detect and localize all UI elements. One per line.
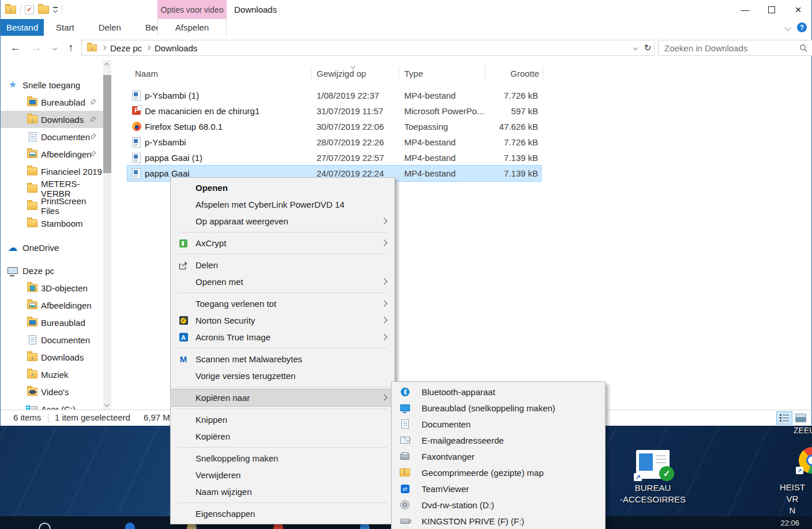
file-row[interactable]: Firefox Setup 68.0.1 30/07/2019 22:06 To… — [127, 119, 541, 134]
address-dropdown-chevron-icon[interactable] — [630, 40, 642, 56]
file-row[interactable]: p-Ysbambi (1) 1/08/2019 22:37 MP4-bestan… — [127, 88, 541, 103]
desktop-icon-label-clipped[interactable]: ZEEU — [794, 426, 812, 435]
submenu-item-bureaublad[interactable]: Bureaublad (snelkoppeling maken) — [392, 400, 605, 416]
menu-item-kopieren-naar[interactable]: Kopiëren naar — [171, 389, 394, 406]
tab-start[interactable]: Start — [44, 19, 87, 36]
file-row[interactable]: pappa Gaai (1) 27/07/2019 22:57 MP4-best… — [127, 150, 541, 166]
taskbar-clock[interactable]: 22:06 — [780, 519, 799, 527]
sidebar-item-quick-access[interactable]: ★ Snelle toegang — [1, 76, 103, 93]
sidebar-item-printscreen-files[interactable]: PrintScreen Files — [1, 197, 103, 215]
taskbar-app-icon[interactable] — [125, 523, 135, 529]
submenu-item-faxontvanger[interactable]: Faxontvanger — [392, 448, 605, 464]
qat-new-folder-icon[interactable] — [38, 6, 49, 14]
sidebar-item-financieel-2019[interactable]: Financieel 2019 — [1, 163, 103, 180]
menu-item-kopieren[interactable]: Kopiëren — [171, 428, 394, 445]
sidebar-item-muziek[interactable]: ♪ Muziek — [1, 366, 103, 383]
sidebar-item-meters-verbr[interactable]: METERS- VERBR — [1, 180, 103, 197]
menu-item-naam-wijzigen[interactable]: Naam wijzigen — [171, 483, 394, 500]
menu-item-axcrypt[interactable]: AxCrypt — [171, 235, 394, 252]
sidebar-item-documenten[interactable]: Documenten — [1, 128, 103, 145]
submenu-item-kingston-usb[interactable]: KINGSTON PRIVE (F) (F:) — [392, 513, 605, 529]
breadcrumb-root[interactable]: Deze pc — [110, 43, 142, 53]
scroll-down-icon[interactable] — [104, 402, 109, 407]
submenu-item-dvd-station[interactable]: Dvd-rw-station (D:) — [392, 497, 605, 513]
sidebar-item-downloads[interactable]: ↓ Downloads — [1, 111, 103, 128]
menu-item-openen-met[interactable]: Openen met — [171, 273, 394, 290]
qat-customize-chevron-icon[interactable] — [53, 7, 58, 12]
sidebar-item-pc-bureaublad[interactable]: Bureaublad — [1, 314, 103, 331]
sidebar-scrollbar[interactable] — [103, 60, 111, 410]
sidebar-item-deze-pc[interactable]: Deze pc — [1, 262, 103, 279]
desktop-icon-bureau-accesoirres[interactable]: ✓ ↗ BUREAU -ACCESOIRRES — [618, 450, 687, 505]
sidebar-item-pc-downloads[interactable]: ↓ Downloads — [1, 348, 103, 366]
sidebar-item-pc-documenten[interactable]: Documenten — [1, 331, 103, 348]
menu-item-vorige-versies[interactable]: Vorige versies terugzetten — [171, 367, 394, 384]
tab-bestand[interactable]: Bestand — [1, 19, 44, 36]
submenu-item-bluetooth[interactable]: Bluetooth-apparaat — [392, 384, 605, 400]
breadcrumb-current[interactable]: Downloads — [155, 43, 197, 53]
sidebar-item-bureaublad[interactable]: Bureaublad — [1, 93, 103, 111]
thumbnail-view-button[interactable] — [793, 412, 808, 424]
sidebar-item-pc-afbeeldingen[interactable]: Afbeeldingen — [1, 297, 103, 314]
breadcrumb-chevron-icon — [102, 46, 106, 50]
submenu-item-zip-map[interactable]: Gecomprimeerde (gezipte) map — [392, 464, 605, 481]
up-button[interactable]: ↑ — [63, 36, 79, 60]
close-button[interactable]: × — [785, 0, 811, 19]
submenu-item-teamviewer[interactable]: ⇄ TeamViewer — [392, 481, 605, 497]
maximize-button[interactable] — [758, 0, 785, 19]
ribbon-collapse-chevron-icon[interactable] — [784, 24, 791, 31]
menu-separator — [178, 232, 388, 232]
menu-separator — [178, 292, 388, 293]
search-input[interactable]: Zoeken in Downloads — [658, 40, 812, 56]
search-placeholder: Zoeken in Downloads — [664, 43, 747, 53]
menu-item-verwijderen[interactable]: Verwijderen — [171, 467, 394, 483]
column-header-type[interactable]: Type — [404, 63, 485, 83]
sidebar-item-onedrive[interactable]: ☁ OneDrive — [1, 239, 103, 256]
qat-downloads-folder-icon[interactable]: ↓ — [5, 6, 16, 14]
sync-check-icon: ✓ — [659, 466, 674, 481]
menu-item-openen[interactable]: Openen — [171, 179, 394, 196]
menu-item-eigenschappen[interactable]: Eigenschappen — [171, 505, 394, 522]
firefox-installer-icon — [132, 122, 141, 131]
menu-item-delen[interactable]: Delen — [171, 257, 394, 273]
menu-item-toegang-verlenen[interactable]: Toegang verlenen tot — [171, 295, 394, 312]
videos-folder-icon — [27, 388, 37, 396]
menu-item-acronis[interactable]: A Acronis True Image — [171, 329, 394, 346]
submenu-item-documenten[interactable]: Documenten — [392, 416, 605, 432]
menu-item-knippen[interactable]: Knippen — [171, 411, 394, 428]
refresh-icon[interactable]: ↻ — [641, 40, 655, 56]
sidebar-item-acer-c[interactable]: Acer (C:) — [1, 400, 103, 410]
column-header-gewijzigd-op[interactable]: Gewijzigd op — [317, 63, 397, 83]
menu-item-op-apparaat-weergeven[interactable]: Op apparaat weergeven — [171, 213, 394, 230]
menu-item-afspelen-powerdvd[interactable]: Afspelen met CyberLink PowerDVD 14 — [171, 196, 394, 213]
tab-afspelen[interactable]: Afspelen — [157, 19, 227, 35]
submenu-arrow-icon — [381, 394, 387, 400]
details-view-button[interactable] — [777, 412, 792, 424]
help-icon[interactable]: ? — [797, 22, 807, 32]
recent-locations-chevron-icon[interactable] — [49, 36, 61, 60]
file-row[interactable]: p-Ysbambi 28/07/2019 22:26 MP4-bestand 7… — [127, 134, 541, 150]
menu-item-snelkoppeling[interactable]: Snelkoppeling maken — [171, 450, 394, 467]
desktop-icon-heist[interactable]: ↗ HEIST VR N — [773, 447, 812, 516]
column-header-naam[interactable]: Naam — [135, 63, 308, 83]
share-icon — [178, 260, 189, 271]
column-header-grootte[interactable]: Grootte — [491, 63, 539, 83]
qat-properties-icon[interactable]: ✓ — [25, 5, 34, 14]
scroll-up-icon[interactable] — [104, 63, 109, 67]
back-button[interactable]: ← — [7, 36, 24, 60]
file-row[interactable]: P De macanicien en de chirurg1 31/07/201… — [127, 103, 541, 119]
menu-item-norton-security[interactable]: ✓ Norton Security — [171, 312, 394, 329]
menu-separator — [178, 387, 388, 387]
sidebar-item-stamboom[interactable]: Stamboom — [1, 215, 103, 232]
sidebar-item-videos[interactable]: Video's — [1, 383, 103, 400]
sidebar-item-3d-objecten[interactable]: 3D-objecten — [1, 279, 103, 297]
menu-item-malwarebytes[interactable]: M Scannen met Malwarebytes — [171, 351, 394, 367]
scrollbar-thumb[interactable] — [103, 75, 111, 173]
forward-button[interactable]: → — [28, 36, 44, 60]
minimize-button[interactable]: — — [732, 0, 758, 19]
submenu-item-email[interactable]: E-mailgeadresseerde — [392, 432, 605, 448]
tab-delen[interactable]: Delen — [87, 19, 133, 36]
taskbar-cortana-icon[interactable] — [39, 523, 51, 529]
sidebar-item-afbeeldingen[interactable]: Afbeeldingen — [1, 145, 103, 163]
breadcrumb[interactable]: ↓ Deze pc Downloads — [81, 40, 635, 56]
